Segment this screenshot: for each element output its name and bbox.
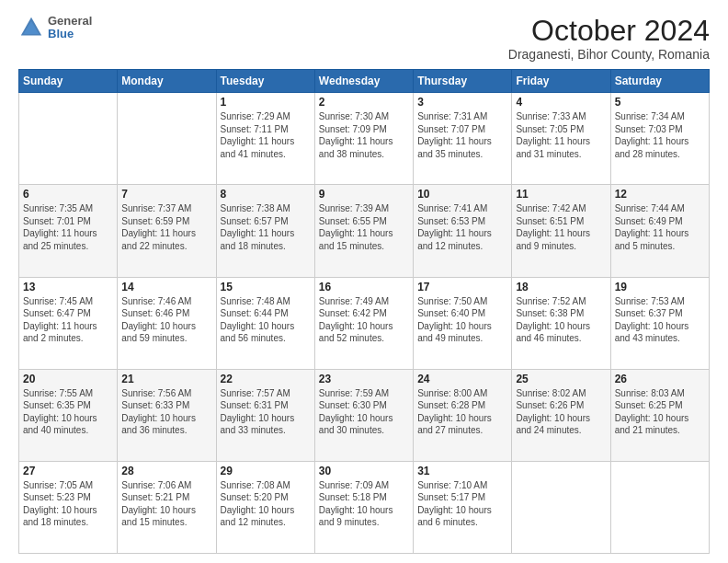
day-number: 10 — [417, 188, 507, 201]
month-title: October 2024 — [508, 15, 710, 47]
calendar-cell: 29Sunrise: 7:08 AMSunset: 5:20 PMDayligh… — [216, 461, 314, 553]
day-number: 5 — [615, 96, 705, 109]
calendar-cell: 13Sunrise: 7:45 AMSunset: 6:47 PMDayligh… — [19, 277, 118, 369]
calendar-cell — [118, 93, 216, 185]
day-number: 1 — [221, 96, 311, 109]
day-number: 12 — [615, 188, 705, 201]
day-info: Sunrise: 7:39 AMSunset: 6:55 PMDaylight:… — [319, 202, 409, 252]
calendar-cell: 3Sunrise: 7:31 AMSunset: 7:07 PMDaylight… — [414, 93, 512, 185]
calendar-cell: 4Sunrise: 7:33 AMSunset: 7:05 PMDaylight… — [512, 93, 610, 185]
day-number: 15 — [221, 281, 311, 293]
header: General Blue October 2024 Draganesti, Bi… — [18, 15, 710, 62]
day-info: Sunrise: 7:46 AMSunset: 6:46 PMDaylight:… — [121, 295, 211, 345]
day-number: 11 — [516, 188, 606, 201]
calendar-cell: 19Sunrise: 7:53 AMSunset: 6:37 PMDayligh… — [610, 277, 709, 369]
calendar-cell: 31Sunrise: 7:10 AMSunset: 5:17 PMDayligh… — [414, 461, 512, 553]
logo-icon — [18, 15, 44, 40]
day-number: 6 — [23, 188, 113, 201]
day-info: Sunrise: 7:34 AMSunset: 7:03 PMDaylight:… — [615, 110, 705, 160]
calendar-cell: 15Sunrise: 7:48 AMSunset: 6:44 PMDayligh… — [216, 277, 314, 369]
header-friday: Friday — [512, 70, 610, 93]
calendar-cell: 17Sunrise: 7:50 AMSunset: 6:40 PMDayligh… — [414, 277, 512, 369]
day-number: 26 — [615, 373, 705, 385]
day-info: Sunrise: 8:00 AMSunset: 6:28 PMDaylight:… — [417, 387, 507, 437]
calendar-cell: 27Sunrise: 7:05 AMSunset: 5:23 PMDayligh… — [19, 461, 118, 553]
day-info: Sunrise: 7:48 AMSunset: 6:44 PMDaylight:… — [221, 295, 311, 345]
day-info: Sunrise: 7:09 AMSunset: 5:18 PMDaylight:… — [319, 479, 409, 529]
calendar-cell: 21Sunrise: 7:56 AMSunset: 6:33 PMDayligh… — [118, 369, 216, 461]
calendar-cell: 7Sunrise: 7:37 AMSunset: 6:59 PMDaylight… — [118, 185, 216, 277]
calendar-cell — [19, 93, 118, 185]
header-wednesday: Wednesday — [314, 70, 413, 93]
day-info: Sunrise: 8:02 AMSunset: 6:26 PMDaylight:… — [516, 387, 606, 437]
calendar-cell: 23Sunrise: 7:59 AMSunset: 6:30 PMDayligh… — [314, 369, 413, 461]
day-number: 9 — [319, 188, 409, 201]
calendar-cell: 28Sunrise: 7:06 AMSunset: 5:21 PMDayligh… — [118, 461, 216, 553]
day-number: 22 — [221, 373, 311, 385]
day-info: Sunrise: 7:52 AMSunset: 6:38 PMDaylight:… — [516, 295, 606, 345]
calendar-table: SundayMondayTuesdayWednesdayThursdayFrid… — [18, 69, 710, 554]
calendar-cell — [610, 461, 709, 553]
logo-general: General — [48, 15, 92, 28]
day-number: 24 — [417, 373, 507, 385]
logo-blue: Blue — [48, 28, 92, 40]
calendar-cell: 14Sunrise: 7:46 AMSunset: 6:46 PMDayligh… — [118, 277, 216, 369]
calendar-week-2: 6Sunrise: 7:35 AMSunset: 7:01 PMDaylight… — [19, 185, 710, 277]
calendar-cell: 8Sunrise: 7:38 AMSunset: 6:57 PMDaylight… — [216, 185, 314, 277]
calendar-cell: 11Sunrise: 7:42 AMSunset: 6:51 PMDayligh… — [512, 185, 610, 277]
day-info: Sunrise: 7:29 AMSunset: 7:11 PMDaylight:… — [221, 110, 311, 160]
day-number: 23 — [319, 373, 409, 385]
calendar-cell: 12Sunrise: 7:44 AMSunset: 6:49 PMDayligh… — [610, 185, 709, 277]
header-saturday: Saturday — [610, 70, 709, 93]
logo: General Blue — [18, 15, 92, 41]
title-block: October 2024 Draganesti, Bihor County, R… — [508, 15, 710, 62]
calendar-week-1: 1Sunrise: 7:29 AMSunset: 7:11 PMDaylight… — [19, 93, 710, 185]
day-number: 20 — [23, 373, 113, 385]
calendar-cell: 2Sunrise: 7:30 AMSunset: 7:09 PMDaylight… — [314, 93, 413, 185]
day-number: 16 — [319, 281, 409, 293]
day-number: 27 — [23, 465, 113, 477]
calendar-week-4: 20Sunrise: 7:55 AMSunset: 6:35 PMDayligh… — [19, 369, 710, 461]
day-number: 2 — [319, 96, 409, 109]
day-info: Sunrise: 7:31 AMSunset: 7:07 PMDaylight:… — [417, 110, 507, 160]
day-info: Sunrise: 7:44 AMSunset: 6:49 PMDaylight:… — [615, 202, 705, 252]
day-info: Sunrise: 7:05 AMSunset: 5:23 PMDaylight:… — [23, 479, 113, 529]
day-number: 30 — [319, 465, 409, 477]
day-info: Sunrise: 7:50 AMSunset: 6:40 PMDaylight:… — [417, 295, 507, 345]
day-info: Sunrise: 7:59 AMSunset: 6:30 PMDaylight:… — [319, 387, 409, 437]
day-number: 17 — [417, 281, 507, 293]
page: General Blue October 2024 Draganesti, Bi… — [0, 0, 728, 563]
header-tuesday: Tuesday — [216, 70, 314, 93]
day-info: Sunrise: 7:53 AMSunset: 6:37 PMDaylight:… — [615, 295, 705, 345]
day-info: Sunrise: 7:41 AMSunset: 6:53 PMDaylight:… — [417, 202, 507, 252]
day-number: 19 — [615, 281, 705, 293]
day-info: Sunrise: 7:42 AMSunset: 6:51 PMDaylight:… — [516, 202, 606, 252]
calendar-week-3: 13Sunrise: 7:45 AMSunset: 6:47 PMDayligh… — [19, 277, 710, 369]
day-number: 14 — [121, 281, 211, 293]
calendar-cell: 25Sunrise: 8:02 AMSunset: 6:26 PMDayligh… — [512, 369, 610, 461]
calendar-header-row: SundayMondayTuesdayWednesdayThursdayFrid… — [19, 70, 710, 93]
day-info: Sunrise: 7:57 AMSunset: 6:31 PMDaylight:… — [221, 387, 311, 437]
day-info: Sunrise: 7:35 AMSunset: 7:01 PMDaylight:… — [23, 202, 113, 252]
day-info: Sunrise: 7:56 AMSunset: 6:33 PMDaylight:… — [121, 387, 211, 437]
day-info: Sunrise: 7:45 AMSunset: 6:47 PMDaylight:… — [23, 295, 113, 345]
day-number: 18 — [516, 281, 606, 293]
day-info: Sunrise: 7:06 AMSunset: 5:21 PMDaylight:… — [121, 479, 211, 529]
day-number: 25 — [516, 373, 606, 385]
day-info: Sunrise: 7:30 AMSunset: 7:09 PMDaylight:… — [319, 110, 409, 160]
calendar-cell: 30Sunrise: 7:09 AMSunset: 5:18 PMDayligh… — [314, 461, 413, 553]
day-info: Sunrise: 7:33 AMSunset: 7:05 PMDaylight:… — [516, 110, 606, 160]
day-info: Sunrise: 7:55 AMSunset: 6:35 PMDaylight:… — [23, 387, 113, 437]
calendar-cell: 6Sunrise: 7:35 AMSunset: 7:01 PMDaylight… — [19, 185, 118, 277]
calendar-cell: 22Sunrise: 7:57 AMSunset: 6:31 PMDayligh… — [216, 369, 314, 461]
calendar-cell: 10Sunrise: 7:41 AMSunset: 6:53 PMDayligh… — [414, 185, 512, 277]
calendar-cell — [512, 461, 610, 553]
header-monday: Monday — [118, 70, 216, 93]
day-number: 31 — [417, 465, 507, 477]
day-info: Sunrise: 7:49 AMSunset: 6:42 PMDaylight:… — [319, 295, 409, 345]
location: Draganesti, Bihor County, Romania — [508, 47, 710, 62]
day-number: 8 — [221, 188, 311, 201]
calendar-cell: 9Sunrise: 7:39 AMSunset: 6:55 PMDaylight… — [314, 185, 413, 277]
day-number: 29 — [221, 465, 311, 477]
calendar-cell: 20Sunrise: 7:55 AMSunset: 6:35 PMDayligh… — [19, 369, 118, 461]
